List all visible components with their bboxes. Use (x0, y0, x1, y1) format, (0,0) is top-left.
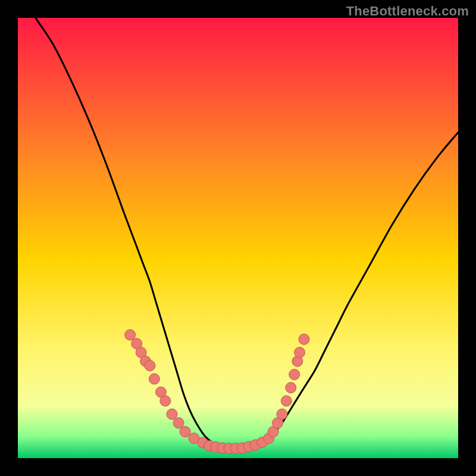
gradient-background (18, 18, 458, 458)
data-point (149, 374, 159, 384)
data-point (145, 361, 155, 371)
chart-svg (18, 18, 458, 458)
data-point (286, 383, 296, 393)
data-point (180, 427, 190, 437)
data-point (167, 409, 177, 419)
data-point (295, 347, 305, 358)
chart-frame: TheBottleneck.com (0, 0, 476, 476)
data-point (160, 396, 171, 406)
data-point (173, 418, 184, 428)
data-point (289, 369, 300, 380)
plot-area (18, 18, 458, 458)
data-point (125, 330, 136, 340)
data-point (299, 334, 309, 345)
data-point (281, 396, 292, 406)
watermark-text: TheBottleneck.com (346, 4, 469, 19)
data-point (277, 409, 287, 419)
